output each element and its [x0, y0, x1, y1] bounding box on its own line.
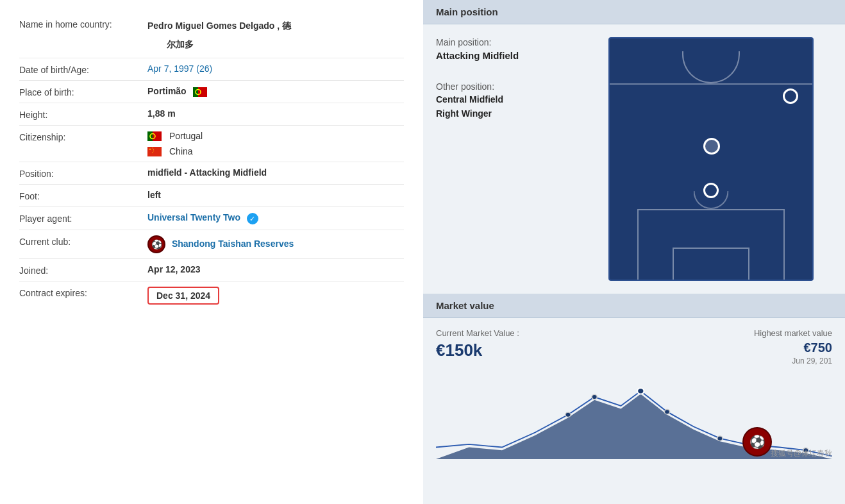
- contract-box: Dec 31, 2024: [147, 287, 219, 305]
- main-pos-name: Attacking Midfield: [436, 50, 577, 61]
- agent-label: Player agent:: [19, 212, 147, 224]
- verified-icon: [247, 213, 258, 224]
- joined-row: Joined: Apr 12, 2023: [19, 259, 404, 281]
- height-row: Height: 1,88 m: [19, 103, 404, 126]
- pob-row: Place of birth: Portimão: [19, 81, 404, 103]
- agent-link[interactable]: Universal Twenty Two: [147, 212, 240, 223]
- contract-value: Dec 31, 2024: [147, 287, 404, 305]
- contract-row: Contract expires: Dec 31, 2024: [19, 281, 404, 310]
- market-content: Current Market Value : €150k Highest mar…: [423, 318, 845, 376]
- name-value: Pedro Miguel Gomes Delgado , 德 尔加多: [147, 18, 404, 53]
- central-mid-dot: [703, 183, 719, 198]
- current-market-value: €150k: [436, 340, 634, 360]
- main-position-section: Main position Main position: Attacking M…: [423, 0, 845, 294]
- position-row: Position: midfield - Attacking Midfield: [19, 162, 404, 185]
- market-value-header: Market value: [423, 294, 845, 318]
- china-flag: [147, 147, 162, 156]
- position-details: Main position: Attacking Midfield Other …: [436, 37, 577, 122]
- right-winger-dot: [783, 88, 798, 104]
- svg-rect-1: [198, 87, 207, 97]
- highest-market-value: €750: [634, 340, 832, 355]
- current-market-label: Current Market Value :: [436, 328, 634, 338]
- foot-label: Foot:: [19, 190, 147, 201]
- sohu-watermark: 搜狐号@体坛春秋: [771, 448, 832, 459]
- position-value: midfield - Attacking Midfield: [147, 167, 404, 178]
- club-row: Current club: Shandong Taishan Reserves: [19, 230, 404, 259]
- other-pos-2: Right Winger: [436, 108, 577, 119]
- agent-row: Player agent: Universal Twenty Two: [19, 207, 404, 230]
- agent-value: Universal Twenty Two: [147, 212, 404, 224]
- club-icon: [147, 235, 165, 253]
- svg-point-15: [565, 412, 571, 417]
- other-pos-1: Central Midfield: [436, 94, 577, 105]
- foot-value: left: [147, 190, 404, 200]
- market-highest: Highest market value €750 Jun 29, 201: [634, 328, 832, 365]
- portugal-flag-2: [147, 131, 162, 141]
- market-current: Current Market Value : €150k: [436, 328, 634, 360]
- portugal-flag: [193, 87, 207, 97]
- dob-label: Date of birth/Age:: [19, 63, 147, 75]
- market-value-section: Market value Current Market Value : €150…: [423, 294, 845, 466]
- market-chart: ⚽ 搜狐号@体坛春秋: [423, 376, 845, 466]
- height-value: 1,88 m: [147, 108, 404, 119]
- citizenship-china-name: China: [169, 146, 193, 156]
- other-pos-label: Other position:: [436, 81, 577, 92]
- dob-row: Date of birth/Age: Apr 7, 1997 (26): [19, 58, 404, 81]
- svg-rect-6: [147, 147, 162, 156]
- main-pos-label: Main position:: [436, 37, 577, 47]
- citizenship-portugal-name: Portugal: [169, 131, 203, 141]
- name-label: Name in home country:: [19, 18, 147, 29]
- position-label: Position:: [19, 167, 147, 179]
- main-position-header: Main position: [423, 0, 845, 24]
- football-pitch: [608, 37, 814, 281]
- svg-point-13: [637, 388, 644, 394]
- joined-label: Joined:: [19, 264, 147, 276]
- svg-point-16: [664, 409, 669, 414]
- pob-label: Place of birth:: [19, 86, 147, 97]
- name-row: Name in home country: Pedro Miguel Gomes…: [19, 13, 404, 58]
- position-content: Main position: Attacking Midfield Other …: [423, 24, 845, 294]
- svg-point-14: [592, 394, 597, 399]
- svg-rect-4: [153, 131, 162, 141]
- citizenship-portugal: Portugal: [147, 131, 404, 141]
- svg-point-17: [717, 436, 723, 441]
- club-link[interactable]: Shandong Taishan Reserves: [172, 238, 294, 248]
- dob-link[interactable]: Apr 7, 1997 (26): [147, 63, 212, 74]
- club-label: Current club:: [19, 235, 147, 247]
- right-panel: Main position Main position: Attacking M…: [423, 0, 845, 504]
- citizenship-values: Portugal: [147, 131, 404, 156]
- pitch-container: [590, 37, 832, 281]
- foot-row: Foot: left: [19, 185, 404, 207]
- highest-market-label: Highest market value: [634, 328, 832, 338]
- club-watermark: ⚽: [742, 427, 774, 459]
- citizenship-label: Citizenship:: [19, 131, 147, 142]
- attacking-mid-dot: [703, 138, 720, 155]
- name-latin: Pedro Miguel Gomes Delgado , 德: [147, 21, 291, 31]
- height-label: Height:: [19, 108, 147, 120]
- club-value: Shandong Taishan Reserves: [147, 235, 404, 253]
- name-chinese: 尔加多: [147, 37, 404, 53]
- citizenship-china: China: [147, 146, 404, 156]
- player-info-panel: Name in home country: Pedro Miguel Gomes…: [0, 0, 423, 504]
- pob-value: Portimão: [147, 86, 404, 97]
- dob-value: Apr 7, 1997 (26): [147, 63, 404, 74]
- joined-value: Apr 12, 2023: [147, 264, 404, 274]
- contract-label: Contract expires:: [19, 287, 147, 298]
- highest-market-date: Jun 29, 201: [634, 357, 832, 365]
- citizenship-row: Citizenship: Portugal: [19, 126, 404, 162]
